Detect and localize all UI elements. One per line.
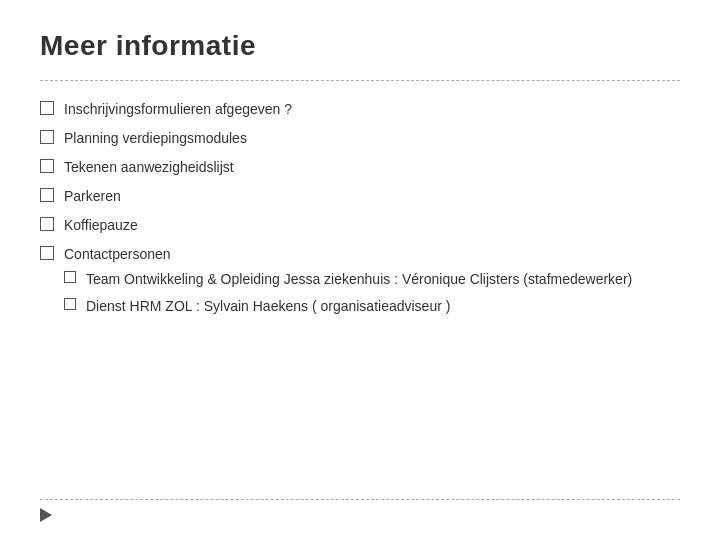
- sub-bullet-icon: [64, 271, 76, 283]
- main-list: Inschrijvingsformulieren afgegeven ? Pla…: [40, 99, 680, 323]
- list-item-text: Planning verdiepingsmodules: [64, 128, 247, 149]
- list-item: Koffiepauze: [40, 215, 680, 236]
- list-item: Parkeren: [40, 186, 680, 207]
- list-item: Inschrijvingsformulieren afgegeven ?: [40, 99, 680, 120]
- list-item-text: Tekenen aanwezigheidslijst: [64, 157, 234, 178]
- bullet-icon: [40, 101, 54, 115]
- contactpersonen-content: Contactpersonen Team Ontwikkeling & Ople…: [64, 244, 632, 323]
- bullet-icon: [40, 159, 54, 173]
- bullet-icon: [40, 130, 54, 144]
- list-item: Tekenen aanwezigheidslijst: [40, 157, 680, 178]
- list-item-text: Contactpersonen: [64, 246, 171, 262]
- next-arrow-icon[interactable]: [40, 508, 52, 522]
- bottom-divider: [40, 499, 680, 500]
- list-item-text: Koffiepauze: [64, 215, 138, 236]
- sub-list-item: Team Ontwikkeling & Opleiding Jessa ziek…: [64, 269, 632, 290]
- sub-list: Team Ontwikkeling & Opleiding Jessa ziek…: [64, 269, 632, 317]
- bullet-icon: [40, 188, 54, 202]
- sub-bullet-icon: [64, 298, 76, 310]
- sub-item-text: Team Ontwikkeling & Opleiding Jessa ziek…: [86, 269, 632, 290]
- slide-title: Meer informatie: [40, 30, 680, 62]
- slide-container: Meer informatie Inschrijvingsformulieren…: [0, 0, 720, 540]
- list-item-text: Inschrijvingsformulieren afgegeven ?: [64, 99, 292, 120]
- sub-item-text: Dienst HRM ZOL : Sylvain Haekens ( organ…: [86, 296, 450, 317]
- bullet-icon: [40, 246, 54, 260]
- top-divider: [40, 80, 680, 81]
- list-item: Planning verdiepingsmodules: [40, 128, 680, 149]
- list-item-contactpersonen: Contactpersonen Team Ontwikkeling & Ople…: [40, 244, 680, 323]
- list-item-text: Parkeren: [64, 186, 121, 207]
- bullet-icon: [40, 217, 54, 231]
- sub-list-item: Dienst HRM ZOL : Sylvain Haekens ( organ…: [64, 296, 632, 317]
